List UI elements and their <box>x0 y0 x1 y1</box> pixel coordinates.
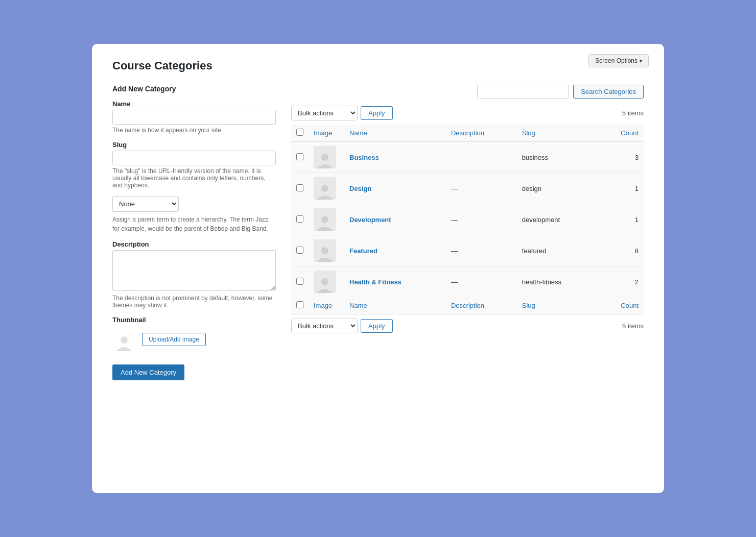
bulk-left-bottom: Bulk actions Apply <box>291 319 393 333</box>
category-name-link[interactable]: Featured <box>349 247 377 255</box>
footer-slug-header[interactable]: Slug <box>517 297 598 314</box>
select-all-footer-checkbox[interactable] <box>296 301 303 308</box>
thumbnail-section: Thumbnail Upload/Add image <box>112 316 276 351</box>
row-description-cell: — <box>446 235 517 266</box>
row-checkbox[interactable] <box>296 215 303 223</box>
name-hint: The name is how it appears on your site. <box>112 127 276 134</box>
search-row: Search Categories <box>291 85 644 99</box>
svg-point-4 <box>321 247 328 254</box>
right-panel: Search Categories Bulk actions Apply 5 i… <box>291 85 644 380</box>
row-count-cell: 1 <box>598 204 644 235</box>
name-input[interactable] <box>112 110 276 125</box>
select-all-checkbox[interactable] <box>296 129 303 136</box>
add-new-category-heading: Add New Category <box>112 85 276 93</box>
footer-count-header[interactable]: Count <box>598 297 644 314</box>
table-footer-header-row: Image Name Description Slug Count <box>291 297 644 314</box>
row-image-cell <box>309 235 344 266</box>
description-label: Description <box>112 240 276 248</box>
row-checkbox[interactable] <box>296 278 303 285</box>
table-foot: Image Name Description Slug Count <box>291 297 644 314</box>
thumbnail-row: Upload/Add image <box>112 328 276 351</box>
row-image-cell <box>309 266 344 298</box>
row-checkbox-cell <box>291 204 309 235</box>
header-name[interactable]: Name <box>344 125 446 142</box>
row-name-cell: Health & Fitness <box>344 266 446 298</box>
footer-name-header[interactable]: Name <box>344 297 446 314</box>
row-image-cell <box>309 142 344 173</box>
category-image <box>314 146 336 168</box>
footer-checkbox-col <box>291 297 309 314</box>
parent-select[interactable]: None <box>112 196 179 212</box>
category-name-link[interactable]: Development <box>349 216 391 224</box>
upload-image-button[interactable]: Upload/Add image <box>142 333 206 346</box>
description-input[interactable] <box>112 250 276 291</box>
apply-button-bottom[interactable]: Apply <box>361 319 393 333</box>
table-row: Business — business 3 <box>291 142 644 173</box>
row-description-cell: — <box>446 173 517 204</box>
description-group: Description The description is not promi… <box>112 240 276 309</box>
row-checkbox[interactable] <box>296 247 303 254</box>
row-count-cell: 3 <box>598 142 644 173</box>
svg-point-5 <box>321 278 328 285</box>
footer-description-header[interactable]: Description <box>446 297 517 314</box>
slug-group: Slug The "slug" is the URL-friendly vers… <box>112 141 276 189</box>
search-categories-button[interactable]: Search Categories <box>573 85 644 99</box>
category-name-link[interactable]: Health & Fitness <box>349 278 401 286</box>
svg-point-2 <box>321 185 328 192</box>
items-count-bottom: 5 items <box>622 322 644 330</box>
page-title: Course Categories <box>112 59 644 72</box>
table-body: Business — business 3 <box>291 142 644 298</box>
bulk-actions-top-row: Bulk actions Apply 5 items <box>291 106 644 120</box>
search-categories-input[interactable] <box>477 85 569 99</box>
footer-image-header: Image <box>309 297 344 314</box>
category-image <box>314 271 336 293</box>
header-count[interactable]: Count <box>598 125 644 142</box>
header-slug[interactable]: Slug <box>517 125 598 142</box>
description-hint: The description is not prominent by defa… <box>112 295 276 309</box>
main-window: Screen Options ▾ Course Categories Add N… <box>92 44 664 493</box>
row-count-cell: 1 <box>598 173 644 204</box>
row-name-cell: Development <box>344 204 446 235</box>
apply-button-top[interactable]: Apply <box>361 106 393 120</box>
category-name-link[interactable]: Design <box>349 185 371 192</box>
category-name-link[interactable]: Business <box>349 154 379 161</box>
table-header-row: Image Name Description Slug Count <box>291 125 644 142</box>
name-label: Name <box>112 100 276 108</box>
bulk-actions-select-top[interactable]: Bulk actions <box>291 106 358 120</box>
bulk-left-top: Bulk actions Apply <box>291 106 393 120</box>
row-slug-cell: business <box>517 142 598 173</box>
svg-point-1 <box>321 154 328 161</box>
header-description[interactable]: Description <box>446 125 517 142</box>
row-image-cell <box>309 204 344 235</box>
main-content: Add New Category Name The name is how it… <box>112 85 644 380</box>
left-panel: Add New Category Name The name is how it… <box>112 85 276 380</box>
row-description-cell: — <box>446 266 517 298</box>
row-count-cell: 2 <box>598 266 644 298</box>
row-checkbox-cell <box>291 235 309 266</box>
row-slug-cell: development <box>517 204 598 235</box>
chevron-down-icon: ▾ <box>640 58 642 64</box>
row-name-cell: Business <box>344 142 446 173</box>
row-description-cell: — <box>446 142 517 173</box>
header-image: Image <box>309 125 344 142</box>
category-image <box>314 177 336 200</box>
svg-point-0 <box>121 336 128 344</box>
row-checkbox[interactable] <box>296 153 303 160</box>
row-name-cell: Featured <box>344 235 446 266</box>
row-checkbox-cell <box>291 266 309 298</box>
screen-options-button[interactable]: Screen Options ▾ <box>588 54 649 67</box>
thumbnail-label: Thumbnail <box>112 316 276 324</box>
row-checkbox-cell <box>291 142 309 173</box>
slug-input[interactable] <box>112 151 276 165</box>
row-checkbox[interactable] <box>296 184 303 191</box>
thumbnail-placeholder <box>112 328 136 351</box>
parent-group: None Assign a parent term to create a hi… <box>112 196 276 233</box>
row-image-cell <box>309 173 344 204</box>
categories-table: Image Name Description Slug Count <box>291 125 644 314</box>
add-new-category-button[interactable]: Add New Category <box>112 364 184 380</box>
bulk-actions-select-bottom[interactable]: Bulk actions <box>291 319 358 333</box>
name-group: Name The name is how it appears on your … <box>112 100 276 134</box>
parent-hint: Assign a parent term to create a hierarc… <box>112 215 276 233</box>
category-image <box>314 239 336 262</box>
row-slug-cell: featured <box>517 235 598 266</box>
